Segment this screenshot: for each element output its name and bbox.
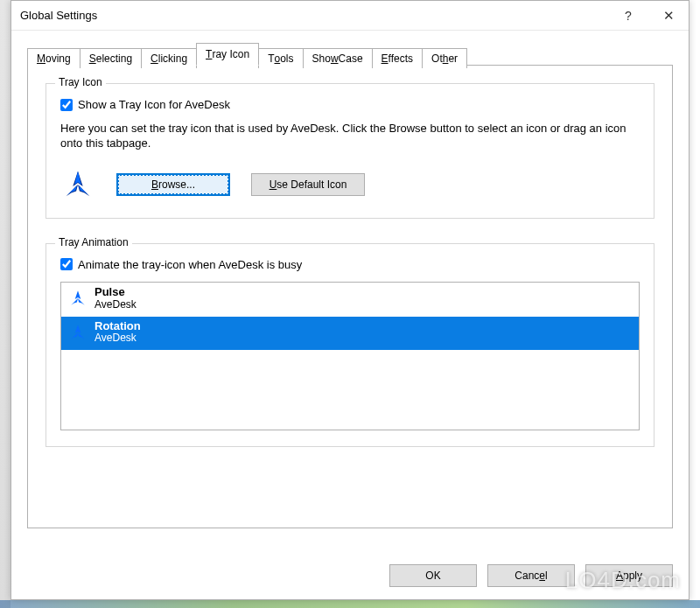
tab-moving[interactable]: Moving: [27, 48, 80, 68]
show-tray-icon-label[interactable]: Show a Tray Icon for AveDesk: [78, 98, 230, 111]
apply-button[interactable]: Apply: [585, 564, 673, 587]
dialog-button-row: OK Cancel Apply: [389, 564, 673, 587]
tray-animation-group: Tray Animation Animate the tray-icon whe…: [46, 243, 654, 447]
list-item-text: Rotation AveDesk: [94, 320, 141, 346]
tray-icon-preview[interactable]: [60, 167, 95, 202]
tray-icon-description: Here you can set the tray icon that is u…: [60, 122, 640, 151]
tab-panel-tray-icon: Tray Icon Show a Tray Icon for AveDesk H…: [27, 65, 673, 528]
list-item[interactable]: Pulse AveDesk: [61, 283, 639, 317]
help-button[interactable]: ?: [608, 1, 648, 30]
avedesk-icon: [68, 323, 88, 342]
tab-tools[interactable]: Tools: [258, 48, 303, 68]
help-icon: ?: [625, 9, 632, 23]
list-item-subtitle: AveDesk: [94, 299, 136, 311]
avedesk-icon: [61, 168, 94, 201]
tab-showcase[interactable]: ShowCase: [303, 48, 373, 68]
cancel-button[interactable]: Cancel: [487, 564, 575, 587]
list-item-title: Pulse: [94, 286, 136, 299]
animate-tray-label[interactable]: Animate the tray-icon when AveDesk is bu…: [78, 258, 302, 271]
background-sliver: [0, 0, 10, 608]
browse-button[interactable]: Browse...: [116, 173, 230, 196]
list-item-subtitle: AveDesk: [94, 332, 141, 345]
show-tray-icon-checkbox[interactable]: [60, 99, 73, 111]
background-bottom: [0, 600, 700, 608]
ok-button[interactable]: OK: [389, 564, 477, 587]
animate-tray-row: Animate the tray-icon when AveDesk is bu…: [60, 258, 640, 271]
dialog-content: Moving Selecting Clicking Tray Icon Tool…: [11, 31, 689, 528]
list-item-title: Rotation: [94, 320, 141, 333]
window-title: Global Settings: [20, 9, 608, 22]
tray-icon-legend: Tray Icon: [55, 76, 106, 88]
tab-selecting[interactable]: Selecting: [80, 48, 142, 68]
tab-other[interactable]: Other: [422, 48, 467, 68]
close-button[interactable]: ✕: [648, 1, 689, 30]
tab-tray-icon[interactable]: Tray Icon: [196, 43, 259, 66]
tray-animation-legend: Tray Animation: [55, 236, 132, 248]
list-item-text: Pulse AveDesk: [94, 286, 136, 311]
animation-listbox[interactable]: Pulse AveDesk Rotation AveDesk: [60, 282, 640, 430]
show-tray-icon-row: Show a Tray Icon for AveDesk: [60, 98, 640, 111]
tab-effects[interactable]: Effects: [372, 48, 423, 68]
tray-icon-controls-row: Browse... Use Default Icon: [60, 167, 640, 202]
use-default-icon-button[interactable]: Use Default Icon: [251, 173, 365, 196]
animate-tray-checkbox[interactable]: [60, 258, 73, 270]
tray-icon-group: Tray Icon Show a Tray Icon for AveDesk H…: [46, 83, 654, 219]
tab-strip: Moving Selecting Clicking Tray Icon Tool…: [27, 43, 673, 66]
avedesk-icon: [68, 289, 88, 308]
close-icon: ✕: [663, 8, 675, 24]
tab-clicking[interactable]: Clicking: [141, 48, 197, 68]
dialog-window: Global Settings ? ✕ Moving Selecting Cli…: [10, 0, 690, 600]
list-item[interactable]: Rotation AveDesk: [61, 317, 639, 351]
title-bar: Global Settings ? ✕: [11, 1, 689, 31]
